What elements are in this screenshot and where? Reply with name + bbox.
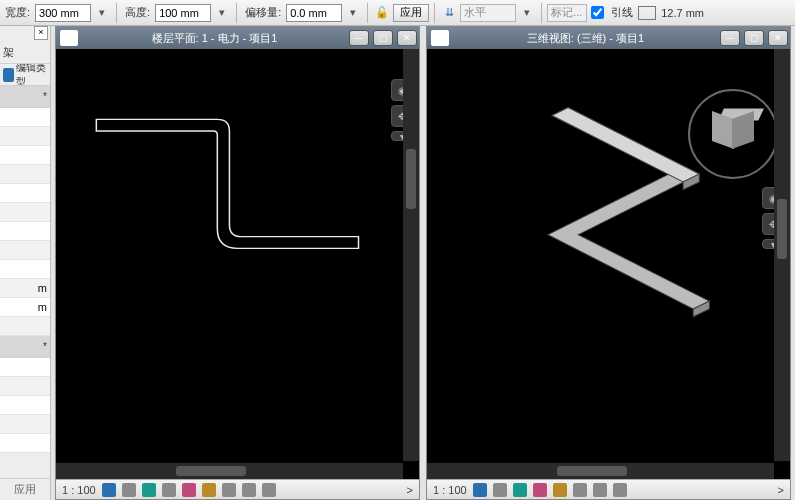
prop-row[interactable] [0,260,50,279]
sun-path-icon[interactable] [513,483,527,497]
height-label: 高度: [122,5,153,20]
show-hidden-icon[interactable] [553,483,567,497]
type-label: 架 [3,45,14,60]
show-hidden-icon[interactable] [202,483,216,497]
reveal-icon[interactable] [593,483,607,497]
edit-type-label: 编辑类型 [16,64,47,86]
maximize-button[interactable]: ▢ [744,30,764,46]
prop-row[interactable]: m [0,279,50,298]
prop-row[interactable] [0,203,50,222]
3d-view-titlebar[interactable]: 三维视图: (三维) - 项目1 — ▢ ✕ [427,27,790,49]
alignment-icon[interactable]: ⇊ [440,4,458,22]
options-bar: 宽度: ▾ 高度: ▾ 偏移量: ▾ 🔓 应用 ⇊ 水平 ▾ 标记... 引线 … [0,0,795,26]
status-chevron-icon[interactable]: > [778,484,784,496]
3d-view: 三维视图: (三维) - 项目1 — ▢ ✕ ◉ ✥ ▾ [426,26,791,500]
prop-row[interactable] [0,377,50,396]
3d-view-statusbar: 1 : 100 > [427,479,790,499]
maximize-button[interactable]: ▢ [373,30,393,46]
scale-display[interactable]: 1 : 100 [433,484,467,496]
plan-view-statusbar: 1 : 100 > [56,479,419,499]
constraints-icon[interactable] [613,483,627,497]
horizontal-scrollbar[interactable] [56,463,403,479]
leader-dim-value: 12.7 mm [658,7,707,19]
width-input[interactable] [35,4,91,22]
close-view-button[interactable]: ✕ [768,30,788,46]
crop-icon[interactable] [182,483,196,497]
prop-row[interactable] [0,358,50,377]
prop-row[interactable] [0,222,50,241]
plan-view-titlebar[interactable]: 楼层平面: 1 - 电力 - 项目1 — ▢ ✕ [56,27,419,49]
close-view-button[interactable]: ✕ [397,30,417,46]
prop-row[interactable] [0,396,50,415]
cable-tray-3d [548,108,709,317]
edit-type-row[interactable]: 编辑类型 [0,64,50,86]
reveal-icon[interactable] [242,483,256,497]
offset-dropdown-icon[interactable]: ▾ [344,4,362,22]
crop-icon[interactable] [533,483,547,497]
sun-path-icon[interactable] [142,483,156,497]
width-dropdown-icon[interactable]: ▾ [93,4,111,22]
plan-view-title: 楼层平面: 1 - 电力 - 项目1 [82,31,347,46]
plan-canvas[interactable]: ◉ ✥ ▾ [56,49,419,479]
section-header[interactable]: * [0,86,50,108]
prop-row[interactable] [0,434,50,453]
temp-hide-icon[interactable] [222,483,236,497]
dimension-icon [638,6,656,20]
prop-row[interactable] [0,184,50,203]
plan-view: 楼层平面: 1 - 电力 - 项目1 — ▢ ✕ ◉ ✥ ▾ 1 : 100 [55,26,420,500]
prop-row[interactable] [0,317,50,336]
alignment-dropdown-icon[interactable]: ▾ [518,4,536,22]
height-dropdown-icon[interactable]: ▾ [213,4,231,22]
prop-row[interactable] [0,415,50,434]
alignment-display: 水平 [460,4,516,22]
apply-button[interactable]: 应用 [393,4,429,22]
3d-canvas[interactable]: ◉ ✥ ▾ [427,49,790,479]
leader-label: 引线 [608,5,636,20]
scale-display[interactable]: 1 : 100 [62,484,96,496]
detail-level-icon[interactable] [473,483,487,497]
home-icon[interactable] [431,30,449,46]
shadows-icon[interactable] [162,483,176,497]
prop-row[interactable] [0,165,50,184]
temp-hide-icon[interactable] [573,483,587,497]
detail-level-icon[interactable] [102,483,116,497]
offset-label: 偏移量: [242,5,284,20]
prop-row[interactable] [0,108,50,127]
prop-row[interactable] [0,241,50,260]
lock-icon[interactable]: 🔓 [373,4,391,22]
panel-apply-button[interactable]: 应用 [0,478,50,500]
3d-view-title: 三维视图: (三维) - 项目1 [453,31,718,46]
minimize-button[interactable]: — [720,30,740,46]
edit-type-icon [3,68,14,82]
prop-row[interactable]: m [0,298,50,317]
vertical-scrollbar[interactable] [403,49,419,461]
home-icon[interactable] [60,30,78,46]
height-input[interactable] [155,4,211,22]
visual-style-icon[interactable] [493,483,507,497]
leader-checkbox[interactable] [591,6,604,19]
status-chevron-icon[interactable]: > [407,484,413,496]
prop-row[interactable] [0,146,50,165]
offset-input[interactable] [286,4,342,22]
minimize-button[interactable]: — [349,30,369,46]
constraints-icon[interactable] [262,483,276,497]
type-row: 架 [0,42,50,64]
section-header[interactable]: * [0,336,50,358]
horizontal-scrollbar[interactable] [427,463,774,479]
properties-panel: × 架 编辑类型 * m m * 应用 [0,26,51,500]
panel-close-button[interactable]: × [34,26,48,40]
prop-row[interactable] [0,127,50,146]
visual-style-icon[interactable] [122,483,136,497]
tag-display: 标记... [547,4,587,22]
vertical-scrollbar[interactable] [774,49,790,461]
width-label: 宽度: [2,5,33,20]
svg-marker-1 [552,108,699,182]
